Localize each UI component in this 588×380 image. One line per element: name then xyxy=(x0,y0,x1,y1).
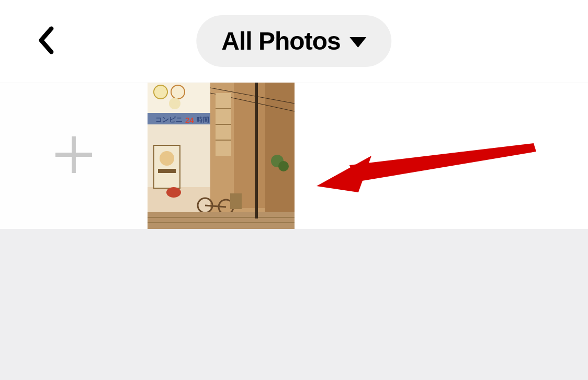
album-title: All Photos xyxy=(221,27,340,55)
caret-down-icon xyxy=(350,37,367,48)
plus-icon xyxy=(53,134,94,177)
svg-point-16 xyxy=(160,151,174,166)
svg-text:24: 24 xyxy=(185,116,194,124)
svg-rect-22 xyxy=(230,193,242,209)
svg-rect-5 xyxy=(265,83,295,218)
header-bar: All Photos xyxy=(0,0,588,83)
svg-point-13 xyxy=(171,85,185,99)
chevron-left-icon xyxy=(37,26,54,57)
svg-point-18 xyxy=(166,187,181,198)
back-button[interactable] xyxy=(32,26,59,57)
photo-thumbnail[interactable]: コンビニ 24 時間 xyxy=(148,83,295,229)
add-photo-tile[interactable] xyxy=(0,83,147,229)
svg-text:コンビニ: コンビニ xyxy=(155,116,183,123)
svg-rect-23 xyxy=(148,212,295,229)
svg-rect-28 xyxy=(255,83,258,218)
svg-text:時間: 時間 xyxy=(197,116,209,123)
album-selector[interactable]: All Photos xyxy=(196,15,391,67)
svg-point-34 xyxy=(278,161,289,171)
photo-grid-area: コンビニ 24 時間 xyxy=(0,83,588,380)
svg-rect-17 xyxy=(158,169,176,173)
photo-grid-row: コンビニ 24 時間 xyxy=(0,83,588,229)
svg-point-12 xyxy=(154,85,167,99)
svg-point-14 xyxy=(169,98,180,109)
